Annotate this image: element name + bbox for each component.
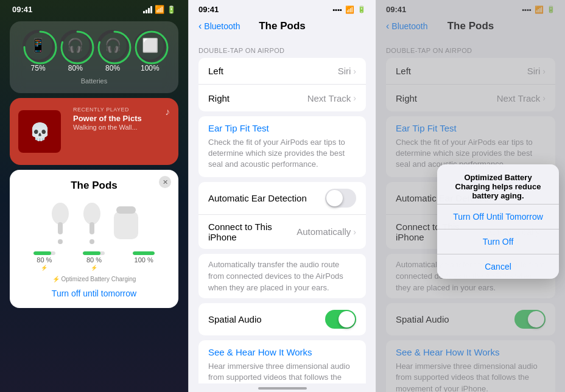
chevron-left-icon-2: ‹ (198, 21, 202, 32)
connect-desc-text-2: Automatically transfer the audio route f… (208, 260, 343, 292)
auto-ear-toggle-2[interactable] (325, 189, 356, 208)
double-tap-group-2: Left Siri › Right Next Track › (198, 58, 366, 111)
status-icons-1: 📶 🔋 (143, 5, 176, 14)
battery-circle-right: 🎧 (97, 30, 128, 61)
turn-off-label: Turn Off (483, 237, 514, 247)
phone-percent: 75% (31, 64, 46, 72)
now-playing-info: RECENTLY PLAYED Power of the Picts Walki… (73, 107, 170, 131)
ear-tip-block-2: Ear Tip Fit Test Check the fit of your A… (198, 116, 366, 177)
pod-right-charging: ⚡ (91, 265, 97, 271)
pod-battery-left: 80 % ⚡ (33, 251, 55, 271)
dialog-box: Optimized Battery Charging helps reduce … (437, 164, 559, 279)
see-hear-title-2[interactable]: See & Hear How It Works (208, 347, 356, 357)
pod-case-pct: 100 % (135, 256, 153, 264)
back-button-2[interactable]: ‹ Bluetooth (198, 21, 253, 32)
pod-right-image (79, 201, 105, 244)
connect-desc-block-2: Automatically transfer the audio route f… (198, 254, 366, 299)
airpod-left-svg (47, 201, 74, 237)
dialog-title: Optimized Battery Charging helps reduce … (437, 164, 559, 204)
svg-rect-12 (114, 211, 138, 239)
panel-settings: 09:41 ▪▪▪▪ 📶 🔋 ‹ Bluetooth The Pods DOUB… (188, 0, 376, 392)
pod-left-dot (58, 239, 63, 244)
panel-settings-dialog: 09:41 ▪▪▪▪ 📶 🔋 ‹ Bluetooth The Pods DOUB… (376, 0, 565, 392)
connect-iphone-value-2: Automatically (297, 226, 351, 237)
panel-lock-screen: 09:41 📶 🔋 📱 (0, 0, 188, 392)
left-pod-percent: 80% (68, 64, 83, 72)
close-button[interactable]: ✕ (159, 176, 171, 188)
case-percent: 100% (141, 64, 160, 72)
auto-ear-label-2: Automatic Ear Detection (208, 193, 325, 203)
right-label-2: Right (208, 93, 307, 103)
battery-icon-2: 🔋 (357, 5, 366, 13)
turn-off-button[interactable]: Turn Off (437, 229, 559, 254)
battery-circle-phone: 📱 (23, 30, 54, 61)
spatial-audio-row-2[interactable]: Spatial Audio (198, 303, 366, 335)
pods-battery-row: 80 % ⚡ 80 % ⚡ 100 % (19, 251, 169, 271)
battery-item-case: ⬜ 100% (134, 30, 166, 72)
airpod-case-svg (110, 206, 142, 242)
turn-off-tomorrow-label: Turn Off Until Tomorrow (453, 212, 543, 222)
right-row-2[interactable]: Right Next Track › (198, 85, 366, 111)
battery-widget: 📱 75% 🎧 80% (10, 21, 178, 93)
settings-scroll-2[interactable]: DOUBLE-TAP ON AIRPOD Left Siri › Right N… (189, 37, 376, 383)
connect-iphone-row-2[interactable]: Connect to This iPhone Automatically › (198, 215, 366, 249)
status-right-2: ▪▪▪▪ 📶 🔋 (332, 5, 366, 14)
status-bar-2: 09:41 ▪▪▪▪ 📶 🔋 (189, 0, 376, 16)
turn-off-until-tomorrow-button[interactable]: Turn Off Until Tomorrow (437, 205, 559, 229)
cancel-label: Cancel (485, 262, 511, 271)
pod-left-charging: ⚡ (41, 265, 47, 271)
connect-iphone-label-2: Connect to This iPhone (208, 222, 297, 242)
signal-icon (143, 6, 152, 13)
toggle-thumb-ear-2 (326, 190, 343, 206)
music-note-icon: ♪ (165, 107, 170, 117)
svg-rect-13 (116, 206, 136, 214)
chevron-right-row-2: › (353, 93, 356, 103)
pods-popup: ✕ The Pods (10, 170, 178, 308)
see-hear-desc-2: Hear immersive three dimensional audio f… (208, 361, 356, 383)
left-label-2: Left (208, 66, 338, 76)
album-art: 💀 (18, 110, 61, 153)
pod-right-dot (89, 239, 94, 244)
spatial-audio-group-2: Spatial Audio (198, 303, 366, 335)
battery-icon: 🔋 (167, 5, 176, 14)
home-indicator-2 (258, 387, 307, 390)
svg-rect-11 (89, 222, 94, 234)
toggle-thumb-spatial-2 (339, 311, 355, 327)
wifi-icon: 📶 (155, 5, 164, 14)
song-title: Power of the Picts (73, 114, 170, 123)
pod-left-image (47, 201, 74, 244)
battery-item-right-pod: 🎧 80% (97, 30, 128, 72)
ear-tip-title-2[interactable]: Ear Tip Fit Test (208, 123, 356, 133)
svg-point-8 (52, 203, 69, 225)
auto-ear-detection-row-2[interactable]: Automatic Ear Detection (198, 182, 366, 215)
svg-point-10 (83, 203, 100, 225)
pod-right-pct: 80 % (86, 256, 102, 264)
pods-popup-title: The Pods (19, 180, 169, 192)
dialog-overlay: Optimized Battery Charging helps reduce … (376, 0, 565, 392)
pods-image-row (19, 201, 169, 244)
left-row-2[interactable]: Left Siri › (198, 58, 366, 85)
back-label-2: Bluetooth (204, 21, 240, 31)
pod-battery-case: 100 % (133, 251, 155, 271)
pod-case-image (110, 206, 142, 244)
chevron-left-right-2: › (353, 66, 356, 76)
recently-played-label: RECENTLY PLAYED (73, 107, 170, 113)
status-bar-1: 09:41 📶 🔋 (0, 0, 188, 16)
nav-bar-2: ‹ Bluetooth The Pods (189, 16, 376, 37)
ear-detection-group-2: Automatic Ear Detection Connect to This … (198, 182, 366, 249)
battery-items: 📱 75% 🎧 80% (19, 30, 169, 72)
right-pod-percent: 80% (105, 64, 120, 72)
ear-tip-desc-2: Check the fit of your AirPods ear tips t… (208, 137, 356, 170)
left-value-2: Siri (338, 66, 351, 76)
cancel-button[interactable]: Cancel (437, 254, 559, 279)
battery-circle-left: 🎧 (60, 30, 91, 61)
spatial-audio-label-2: Spatial Audio (208, 314, 325, 324)
spatial-audio-toggle-2[interactable] (325, 310, 356, 329)
turn-off-link[interactable]: Turn off until tomorrow (19, 289, 169, 298)
batteries-label: Batteries (19, 77, 169, 85)
artist-name: Walking on the Wall... (73, 124, 170, 131)
battery-item-left-pod: 🎧 80% (60, 30, 91, 72)
wifi-icon-2: 📶 (345, 5, 354, 14)
svg-rect-9 (58, 222, 63, 234)
now-playing-widget[interactable]: 💀 ♪ RECENTLY PLAYED Power of the Picts W… (10, 98, 178, 165)
